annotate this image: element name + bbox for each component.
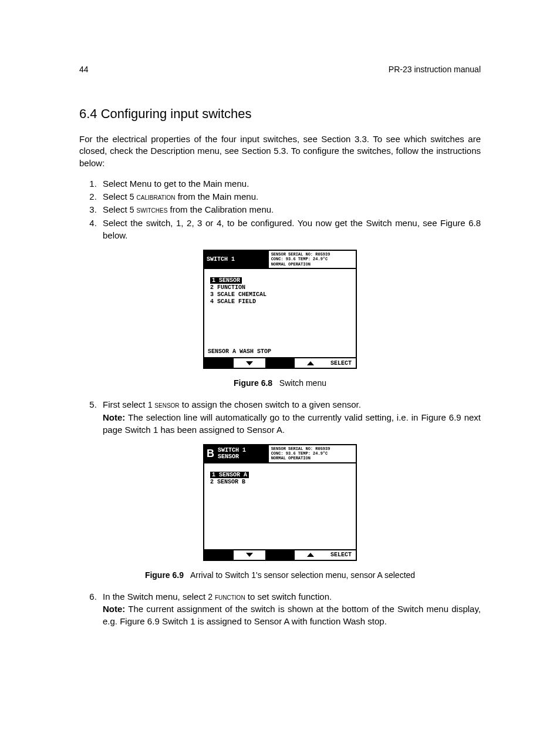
device-body: 1 SENSOR 2 FUNCTION 3 SCALE CHEMICAL 4 S… — [204, 269, 356, 357]
device-body: 1 SENSOR A 2 SENSOR B — [204, 463, 356, 549]
arrow-down-icon — [246, 553, 253, 557]
softkey-select: SELECT — [326, 550, 356, 560]
device-header: SWITCH 1 SENSOR SERIAL NO: R05939 CONC: … — [204, 251, 356, 269]
device-softkeys: SELECT — [204, 357, 356, 368]
softkey-up — [296, 550, 326, 560]
note-text: The current assignment of the switch is … — [103, 604, 481, 626]
page-header: 44 PR-23 instruction manual — [79, 65, 481, 74]
header-right-status: SENSOR SERIAL NO: R05939 CONC: 93.6 TEMP… — [269, 251, 356, 268]
menu-item-scale-field: 4 SCALE FIELD — [210, 298, 350, 305]
header-left: SWITCH 1 — [204, 251, 269, 268]
menu-ref-switches: 5 switches — [130, 205, 167, 214]
device-screen-69: B SWITCH 1 SENSOR SENSOR SERIAL NO: R059… — [203, 444, 357, 561]
steps-list-a: Select Menu to get to the Main menu. Sel… — [79, 177, 481, 241]
header-left: B SWITCH 1 SENSOR — [204, 445, 269, 462]
screen-title: SWITCH 1 SENSOR — [218, 447, 266, 460]
arrow-up-icon — [307, 361, 314, 365]
arrow-up-icon — [307, 553, 314, 557]
device-softkeys: SELECT — [204, 549, 356, 560]
menu-ref-2-function: 2 function — [208, 592, 245, 601]
status-line: SENSOR A WASH STOP — [208, 348, 271, 355]
sensor-b-icon: B — [207, 448, 214, 459]
header-right-status: SENSOR SERIAL NO: R05939 CONC: 93.6 TEMP… — [269, 445, 356, 462]
steps-list-b: First select 1 sensor to assign the chos… — [79, 398, 481, 436]
note-label: Note: — [103, 412, 125, 422]
menu-item-scale-chemical: 3 SCALE CHEMICAL — [210, 291, 350, 298]
step-1: Select Menu to get to the Main menu. — [99, 177, 481, 190]
menu-item-sensor-a: 1 SENSOR A — [210, 472, 249, 478]
softkey-blank-1 — [204, 550, 235, 560]
menu-item-sensor-b: 2 SENSOR B — [210, 479, 350, 485]
intro-paragraph: For the electrical properties of the fou… — [79, 133, 481, 169]
step-3: Select 5 switches from the Calibration m… — [99, 203, 481, 216]
device-screen-68: SWITCH 1 SENSOR SERIAL NO: R05939 CONC: … — [203, 250, 357, 369]
page-number: 44 — [79, 65, 89, 74]
step-6: In the Switch menu, select 2 function to… — [99, 590, 481, 628]
steps-list-c: In the Switch menu, select 2 function to… — [79, 590, 481, 628]
section-heading: 6.4 Configuring input switches — [79, 106, 481, 122]
step-2: Select 5 calibration from the Main menu. — [99, 190, 481, 203]
figure-caption-69: Figure 6.9 Arrival to Switch 1's sensor … — [79, 570, 481, 580]
figure-6-9: B SWITCH 1 SENSOR SENSOR SERIAL NO: R059… — [79, 444, 481, 580]
document-page: 44 PR-23 instruction manual 6.4 Configur… — [0, 0, 560, 694]
softkey-down — [235, 358, 265, 368]
softkey-select: SELECT — [326, 358, 356, 368]
menu-item-sensor: 1 SENSOR — [210, 277, 242, 284]
softkey-down — [235, 550, 265, 560]
softkey-blank-2 — [265, 358, 296, 368]
softkey-blank-2 — [265, 550, 296, 560]
menu-ref-calibration: 5 calibration — [130, 192, 176, 201]
menu-item-function: 2 FUNCTION — [210, 284, 350, 291]
step-4: Select the switch, 1, 2, 3 or 4, to be c… — [99, 217, 481, 241]
figure-caption-68: Figure 6.8 Switch menu — [79, 378, 481, 388]
softkey-up — [296, 358, 326, 368]
device-header: B SWITCH 1 SENSOR SENSOR SERIAL NO: R059… — [204, 445, 356, 463]
step-5: First select 1 sensor to assign the chos… — [99, 398, 481, 436]
manual-title: PR-23 instruction manual — [389, 65, 481, 74]
figure-6-8: SWITCH 1 SENSOR SERIAL NO: R05939 CONC: … — [79, 250, 481, 388]
screen-title: SWITCH 1 — [207, 256, 266, 263]
note-label: Note: — [103, 604, 125, 614]
note-text: The selection line will automatically go… — [103, 412, 481, 435]
arrow-down-icon — [246, 361, 253, 365]
menu-ref-1-sensor: 1 sensor — [148, 400, 180, 409]
softkey-blank-1 — [204, 358, 235, 368]
